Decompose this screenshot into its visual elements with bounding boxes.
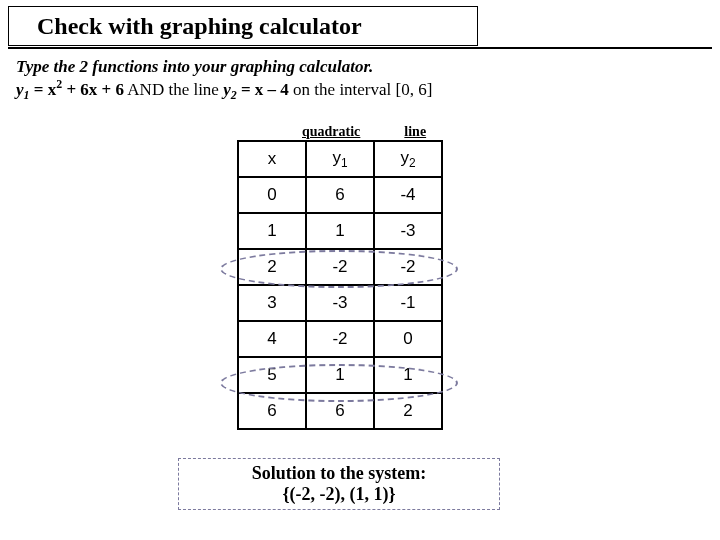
cell-y2: -1 (374, 285, 442, 321)
label-line: line (404, 124, 426, 140)
cell-y2: -4 (374, 177, 442, 213)
eq1-a: = x2 + 6x + 6 (30, 80, 125, 99)
page-title: Check with graphing calculator (8, 6, 478, 46)
cell-y2: 0 (374, 321, 442, 357)
cell-y2: 1 (374, 357, 442, 393)
table-row: 5 1 1 (238, 357, 442, 393)
table-row: 3 -3 -1 (238, 285, 442, 321)
cell-x: 2 (238, 249, 306, 285)
header-y1: y1 (306, 141, 374, 177)
cell-x: 6 (238, 393, 306, 429)
cell-x: 5 (238, 357, 306, 393)
cell-x: 3 (238, 285, 306, 321)
data-table: x y1 y2 0 6 -4 1 1 -3 2 -2 -2 3 -3 -1 4 … (237, 140, 443, 430)
solution-box: Solution to the system: {(-2, -2), (1, 1… (178, 458, 500, 510)
eq2: = x – 4 (237, 80, 289, 99)
cell-x: 4 (238, 321, 306, 357)
instr-line1: Type the 2 functions into your graphing … (16, 57, 373, 76)
cell-y2: -2 (374, 249, 442, 285)
y1-var: y1 (16, 80, 30, 99)
solution-line1: Solution to the system: (179, 463, 499, 484)
cell-y1: 6 (306, 393, 374, 429)
cell-y1: -3 (306, 285, 374, 321)
cell-y1: 1 (306, 357, 374, 393)
table-row: 2 -2 -2 (238, 249, 442, 285)
table-row: 1 1 -3 (238, 213, 442, 249)
title-underline (8, 47, 712, 49)
header-y2: y2 (374, 141, 442, 177)
cell-y1: -2 (306, 321, 374, 357)
table-row: 4 -2 0 (238, 321, 442, 357)
header-x: x (238, 141, 306, 177)
cell-y2: -3 (374, 213, 442, 249)
interval-text: on the interval [0, 6] (289, 80, 433, 99)
label-quadratic: quadratic (302, 124, 360, 140)
cell-y1: -2 (306, 249, 374, 285)
solution-line2: {(-2, -2), (1, 1)} (179, 484, 499, 505)
slide: Check with graphing calculator Type the … (0, 0, 720, 540)
and-text: AND the line (124, 80, 223, 99)
table-row: 0 6 -4 (238, 177, 442, 213)
cell-y1: 1 (306, 213, 374, 249)
instructions: Type the 2 functions into your graphing … (16, 56, 432, 103)
table-row: 6 6 2 (238, 393, 442, 429)
cell-y1: 6 (306, 177, 374, 213)
cell-y2: 2 (374, 393, 442, 429)
cell-x: 0 (238, 177, 306, 213)
column-labels: quadratic line (302, 124, 426, 140)
y2-var: y2 (223, 80, 237, 99)
cell-x: 1 (238, 213, 306, 249)
table-header-row: x y1 y2 (238, 141, 442, 177)
